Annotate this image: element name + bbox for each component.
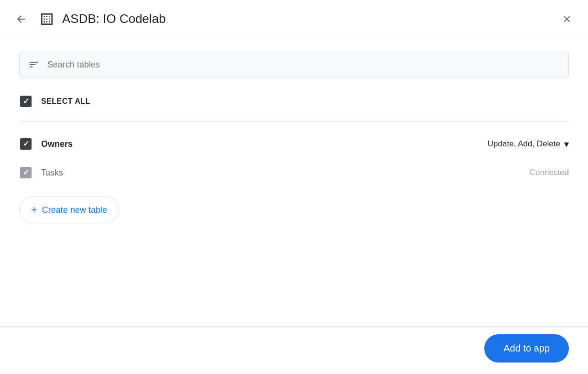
- back-button[interactable]: [11, 10, 31, 29]
- owners-permission-label: Update, Add, Delete: [488, 139, 560, 149]
- checkbox-checked-indicator: ✓: [20, 96, 32, 107]
- create-new-table-button[interactable]: + Create new table: [19, 197, 119, 223]
- select-all-label: SELECT ALL: [41, 97, 90, 106]
- checkbox-checked-light-indicator: ✓: [20, 167, 32, 178]
- table-item: ✓ Tasks Connected: [19, 158, 569, 187]
- content: ✓ SELECT ALL ✓ Owners Update, Add, Delet…: [0, 38, 588, 326]
- search-box: [19, 52, 569, 77]
- tasks-checkbox[interactable]: ✓: [19, 166, 33, 179]
- header: ASDB: IO Codelab: [0, 0, 588, 38]
- dialog-title: ASDB: IO Codelab: [62, 11, 557, 26]
- search-input[interactable]: [47, 60, 560, 70]
- add-to-app-button[interactable]: Add to app: [484, 334, 569, 363]
- tasks-connected-label: Connected: [530, 168, 569, 177]
- owners-table-name: Owners: [41, 139, 488, 149]
- checkbox-checked-indicator: ✓: [20, 138, 32, 150]
- table-item: ✓ Owners Update, Add, Delete ▾: [19, 130, 569, 158]
- create-new-table-label: Create new table: [42, 205, 107, 215]
- select-all-row: ✓ SELECT ALL: [19, 91, 569, 116]
- divider-1: [19, 121, 569, 122]
- owners-permissions-dropdown[interactable]: Update, Add, Delete ▾: [488, 138, 569, 150]
- table-list: ✓ Owners Update, Add, Delete ▾ ✓: [19, 130, 569, 187]
- filter-icon: [28, 59, 40, 70]
- footer: Add to app: [0, 326, 588, 374]
- tasks-table-name: Tasks: [41, 168, 530, 178]
- close-button[interactable]: [557, 10, 577, 29]
- owners-checkbox[interactable]: ✓: [19, 137, 33, 151]
- add-to-app-label: Add to app: [503, 343, 550, 353]
- select-all-checkbox[interactable]: ✓: [19, 95, 33, 108]
- table-icon: [38, 11, 55, 28]
- dialog: ASDB: IO Codelab ✓ SELECT ALL: [0, 0, 588, 374]
- plus-icon: +: [31, 204, 37, 216]
- chevron-down-icon: ▾: [564, 138, 569, 150]
